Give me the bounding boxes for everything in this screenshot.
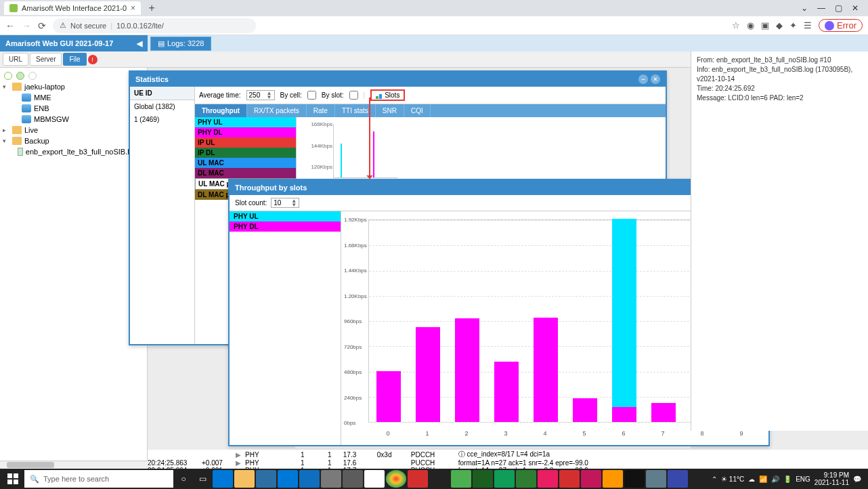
weather-widget[interactable]: ☀ 11°C — [721, 475, 744, 483]
tree-node-backup-file[interactable]: enb_export_lte_b3_full_noSIB.log ● — [0, 146, 147, 157]
tab-close-icon[interactable]: × — [131, 3, 135, 13]
tree-node-mme[interactable]: MME — [0, 92, 147, 103]
taskbar-app[interactable] — [321, 470, 341, 488]
sidebar-collapse-icon[interactable]: ◀ — [137, 39, 142, 48]
ext2-icon[interactable]: ▣ — [761, 20, 769, 30]
star-icon[interactable]: ☆ — [732, 20, 740, 30]
panel-close-icon[interactable]: × — [651, 75, 660, 84]
error-count-badge[interactable]: ! — [88, 55, 97, 64]
logs-tab[interactable]: ▤ Logs: 3228 — [150, 37, 211, 51]
panel-minimize-icon[interactable]: – — [638, 75, 648, 84]
server-button[interactable]: Server — [30, 53, 62, 66]
chevron-down-icon[interactable]: ⌄ — [801, 3, 808, 13]
back-icon[interactable]: ← — [5, 20, 15, 31]
tray-wifi-icon[interactable]: 📶 — [759, 475, 767, 483]
taskbar-app[interactable] — [213, 470, 233, 488]
taskbar-app[interactable] — [646, 470, 666, 488]
forward-icon[interactable]: → — [22, 20, 31, 31]
url-box[interactable]: ⚠ Not secure | 10.0.0.162/lte/ — [53, 18, 256, 33]
tree-toolbar-icon[interactable] — [4, 72, 12, 80]
close-window-icon[interactable]: ✕ — [852, 3, 859, 13]
taskbar-app[interactable] — [473, 470, 493, 488]
windows-icon — [7, 473, 18, 484]
taskbar-app[interactable] — [364, 470, 385, 488]
tree-node-mbmsgw[interactable]: MBMSGW — [0, 114, 147, 125]
taskbar-app[interactable] — [581, 470, 601, 488]
start-button[interactable] — [3, 470, 23, 488]
tree-node-live[interactable]: ▸ Live — [0, 125, 147, 135]
slots-button[interactable]: Slots — [370, 89, 405, 101]
legend-item[interactable]: PHY DL — [230, 221, 341, 232]
slots-panel-header[interactable]: Throughput by slots – × — [230, 180, 768, 195]
slot-count-input[interactable]: 10▲▼ — [271, 198, 299, 208]
taskbar-app[interactable] — [343, 470, 363, 488]
legend-item[interactable]: PHY UL — [230, 211, 341, 221]
notifications-icon[interactable]: 💬 — [853, 475, 861, 483]
tray-cloud-icon[interactable]: ☁ — [748, 475, 755, 483]
tray-lang[interactable]: ENG — [796, 475, 810, 483]
avg-time-input[interactable]: 250▲▼ — [246, 90, 275, 100]
taskbar-search[interactable]: 🔍 Type here to search — [24, 470, 173, 488]
legend-item[interactable]: IP UL — [195, 137, 296, 148]
tree-toolbar-icon[interactable] — [16, 72, 24, 80]
stats-tab-cqi[interactable]: CQI — [404, 104, 431, 117]
legend-item[interactable]: PHY DL — [195, 127, 296, 137]
taskbar-app[interactable] — [451, 470, 471, 488]
profile-error-badge[interactable]: Error — [819, 19, 863, 32]
new-tab-button[interactable]: + — [145, 1, 158, 15]
statistics-header[interactable]: Statistics – × — [130, 72, 666, 87]
log-row[interactable]: ▶PHY1117.30x3dPDCCHⓘ cce_index=8/17 L=4 … — [148, 450, 868, 459]
tray-battery-icon[interactable]: 🔋 — [783, 475, 791, 483]
taskbar-app[interactable] — [494, 470, 515, 488]
maximize-icon[interactable]: ▢ — [835, 3, 842, 13]
taskbar-app[interactable] — [278, 470, 298, 488]
tree-node-root[interactable]: ▾ jaeku-laptop — [0, 81, 147, 92]
stats-tab-rate[interactable]: Rate — [307, 104, 335, 117]
chart-bar — [612, 219, 636, 422]
legend-item[interactable]: UL MAC — [195, 158, 296, 168]
legend-item[interactable]: DL MAC — [195, 168, 296, 178]
log-row[interactable]: 20:24:25.863+0.007▶PHY1117.6PUCCHformat=… — [148, 459, 868, 467]
taskbar-app[interactable] — [603, 470, 623, 488]
taskbar-app[interactable] — [408, 470, 428, 488]
file-button[interactable]: File — [63, 53, 86, 66]
tray-volume-icon[interactable]: 🔊 — [771, 475, 779, 483]
ext3-icon[interactable]: ◆ — [776, 20, 783, 30]
tray-chevron-icon[interactable]: ⌃ — [712, 475, 717, 483]
stats-tab-throughput[interactable]: Throughput — [195, 104, 247, 117]
task-view-icon[interactable]: ▭ — [194, 470, 211, 488]
tree-toolbar-icon[interactable] — [28, 72, 37, 80]
taskbar-app[interactable] — [256, 470, 276, 488]
x-tick: 3 — [504, 430, 507, 437]
taskbar-app[interactable] — [429, 470, 450, 488]
taskbar-app[interactable] — [516, 470, 536, 488]
stats-tab-rx-tx-packets[interactable]: RX/TX packets — [247, 104, 307, 117]
taskbar-clock[interactable]: 9:19 PM 2021-11-11 — [815, 471, 849, 486]
ext1-icon[interactable]: ◉ — [747, 20, 754, 30]
ue-row[interactable]: 1 (2469) — [130, 113, 194, 126]
tree-node-backup[interactable]: ▾ Backup — [0, 135, 147, 146]
legend-item[interactable]: PHY UL — [195, 117, 296, 127]
taskbar-app[interactable] — [299, 470, 320, 488]
horizontal-scrollbar[interactable] — [0, 461, 148, 469]
taskbar-app[interactable] — [668, 470, 688, 488]
minimize-icon[interactable]: — — [817, 3, 825, 13]
by-cell-checkbox[interactable] — [307, 91, 316, 100]
taskbar-app[interactable] — [624, 470, 645, 488]
cortana-icon[interactable]: ○ — [175, 470, 192, 488]
extensions-icon[interactable]: ✦ — [789, 20, 797, 30]
reading-list-icon[interactable]: ☰ — [804, 20, 812, 30]
taskbar-app[interactable] — [386, 470, 406, 488]
taskbar-app[interactable] — [559, 470, 580, 488]
browser-tab[interactable]: Amarisoft Web Interface 2021-0 × — [4, 1, 141, 15]
legend-item[interactable]: IP DL — [195, 148, 296, 158]
url-button[interactable]: URL — [3, 53, 28, 66]
taskbar-app[interactable] — [234, 470, 255, 488]
taskbar-app[interactable] — [538, 470, 558, 488]
svg-rect-0 — [7, 473, 12, 478]
tree-node-enb[interactable]: ENB — [0, 103, 147, 114]
ue-row[interactable]: Global (1382) — [130, 100, 194, 113]
reload-icon[interactable]: ⟳ — [38, 20, 46, 31]
by-slot-checkbox[interactable] — [349, 91, 358, 100]
stats-tab-snr[interactable]: SNR — [376, 104, 404, 117]
